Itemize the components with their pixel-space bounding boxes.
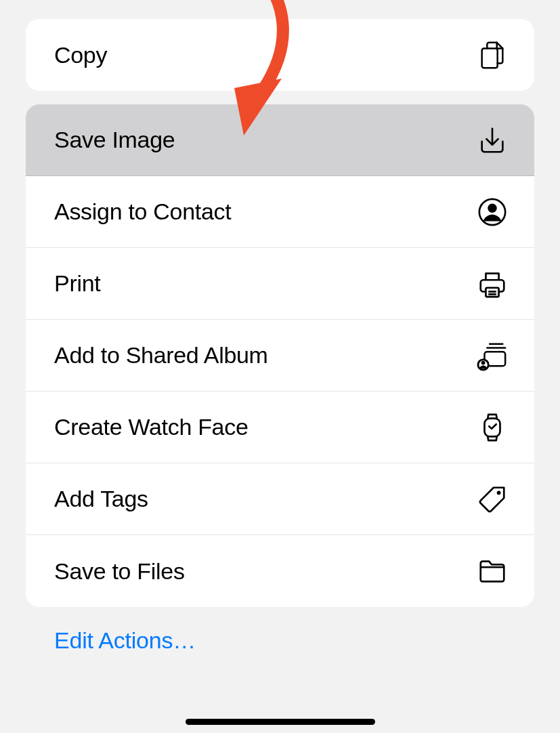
print-icon <box>475 266 510 301</box>
action-row-add-tags[interactable]: Add Tags <box>26 463 534 535</box>
action-label: Copy <box>54 42 107 68</box>
contact-icon <box>475 194 510 230</box>
home-indicator[interactable] <box>186 719 375 725</box>
action-label: Create Watch Face <box>54 414 249 440</box>
action-label: Save to Files <box>54 558 185 585</box>
action-row-add-to-shared-album[interactable]: Add to Shared Album <box>26 320 534 392</box>
action-row-print[interactable]: Print <box>26 248 534 320</box>
folder-icon <box>475 553 510 589</box>
copy-icon <box>475 37 510 72</box>
tag-icon <box>475 482 510 517</box>
svg-rect-1 <box>482 48 498 68</box>
action-label: Add Tags <box>54 486 148 512</box>
action-row-create-watch-face[interactable]: Create Watch Face <box>26 392 534 463</box>
edit-actions-link[interactable]: Edit Actions… <box>54 627 560 654</box>
action-group-2: Save Image Assign to Contact Print <box>26 104 534 607</box>
svg-point-12 <box>481 360 486 364</box>
action-label: Print <box>54 270 100 297</box>
action-label: Save Image <box>54 127 175 153</box>
action-label: Add to Shared Album <box>54 342 268 369</box>
watch-icon <box>475 410 510 445</box>
action-row-save-to-files[interactable]: Save to Files <box>26 535 534 607</box>
action-row-copy[interactable]: Copy <box>26 19 534 91</box>
action-row-save-image[interactable]: Save Image <box>26 104 534 176</box>
action-group-1: Copy <box>26 19 534 91</box>
action-label: Assign to Contact <box>54 198 231 225</box>
shared-album-icon <box>475 338 510 373</box>
svg-point-3 <box>488 203 496 212</box>
action-row-assign-to-contact[interactable]: Assign to Contact <box>26 176 534 248</box>
download-icon <box>475 123 510 158</box>
svg-point-15 <box>497 490 501 495</box>
